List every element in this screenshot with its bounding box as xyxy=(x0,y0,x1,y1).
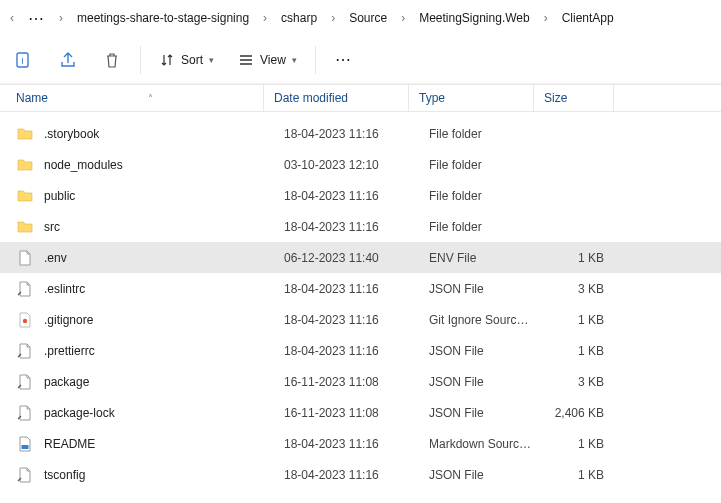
file-date: 18-04-2023 11:16 xyxy=(264,282,409,296)
file-row[interactable]: tsconfig18-04-2023 11:16JSON File1 KB xyxy=(0,459,721,490)
header-label: Type xyxy=(419,91,445,105)
column-header-name[interactable]: Name ˄ xyxy=(0,85,264,111)
file-row[interactable]: package-lock16-11-2023 11:08JSON File2,4… xyxy=(0,397,721,428)
column-header-date[interactable]: Date modified xyxy=(264,85,409,111)
file-type: File folder xyxy=(409,127,534,141)
file-name: tsconfig xyxy=(44,468,85,482)
file-type: JSON File xyxy=(409,406,534,420)
file-date: 03-10-2023 12:10 xyxy=(264,158,409,172)
file-size: 3 KB xyxy=(534,282,614,296)
file-type: ENV File xyxy=(409,251,534,265)
folder-row[interactable]: node_modules03-10-2023 12:10File folder xyxy=(0,149,721,180)
share-button[interactable] xyxy=(48,40,88,80)
file-row[interactable]: .prettierrc18-04-2023 11:16JSON File1 KB xyxy=(0,335,721,366)
file-name: .gitignore xyxy=(44,313,93,327)
file-type: File folder xyxy=(409,220,534,234)
folder-icon xyxy=(16,187,34,205)
chevron-right-icon[interactable]: › xyxy=(329,11,337,25)
file-size: 1 KB xyxy=(534,468,614,482)
file-row[interactable]: package16-11-2023 11:08JSON File3 KB xyxy=(0,366,721,397)
chevron-down-icon: ▾ xyxy=(209,55,214,65)
file-date: 18-04-2023 11:16 xyxy=(264,313,409,327)
view-button[interactable]: View ▾ xyxy=(228,40,307,80)
header-label: Date modified xyxy=(274,91,348,105)
sort-button[interactable]: Sort ▾ xyxy=(149,40,224,80)
chevron-right-icon[interactable]: › xyxy=(542,11,550,25)
file-date: 18-04-2023 11:16 xyxy=(264,189,409,203)
md-icon xyxy=(16,435,34,453)
file-type: JSON File xyxy=(409,468,534,482)
folder-row[interactable]: public18-04-2023 11:16File folder xyxy=(0,180,721,211)
file-date: 18-04-2023 11:16 xyxy=(264,127,409,141)
folder-icon xyxy=(16,125,34,143)
folder-icon xyxy=(16,156,34,174)
file-name: .prettierrc xyxy=(44,344,95,358)
separator xyxy=(315,46,316,74)
breadcrumb: ‹ ⋯ › meetings-share-to-stage-signing › … xyxy=(0,0,721,36)
json-icon xyxy=(16,373,34,391)
file-row[interactable]: README18-04-2023 11:16Markdown Source...… xyxy=(0,428,721,459)
file-date: 18-04-2023 11:16 xyxy=(264,468,409,482)
file-list: .storybook18-04-2023 11:16File foldernod… xyxy=(0,112,721,490)
file-name: README xyxy=(44,437,95,451)
file-name: package xyxy=(44,375,89,389)
file-icon xyxy=(16,249,34,267)
file-name: node_modules xyxy=(44,158,123,172)
folder-row[interactable]: .storybook18-04-2023 11:16File folder xyxy=(0,118,721,149)
file-type: Markdown Source... xyxy=(409,437,534,451)
file-name: .eslintrc xyxy=(44,282,85,296)
file-type: JSON File xyxy=(409,375,534,389)
file-type: JSON File xyxy=(409,282,534,296)
rename-button[interactable]: I xyxy=(4,40,44,80)
file-date: 18-04-2023 11:16 xyxy=(264,220,409,234)
file-type: JSON File xyxy=(409,344,534,358)
breadcrumb-item[interactable]: MeetingSigning.Web xyxy=(413,7,536,29)
breadcrumb-overflow[interactable]: ⋯ xyxy=(22,9,51,28)
sort-indicator-icon: ˄ xyxy=(48,93,253,104)
file-size: 1 KB xyxy=(534,251,614,265)
chevron-down-icon: ▾ xyxy=(292,55,297,65)
ellipsis-icon: ⋯ xyxy=(329,50,358,69)
git-icon xyxy=(16,311,34,329)
breadcrumb-item[interactable]: csharp xyxy=(275,7,323,29)
column-headers: Name ˄ Date modified Type Size xyxy=(0,84,721,112)
file-name: src xyxy=(44,220,60,234)
chevron-right-icon[interactable]: › xyxy=(57,11,65,25)
sort-icon xyxy=(159,52,175,68)
sort-label: Sort xyxy=(181,53,203,67)
folder-icon xyxy=(16,218,34,236)
file-type: File folder xyxy=(409,189,534,203)
more-button[interactable]: ⋯ xyxy=(324,40,364,80)
file-type: Git Ignore Source ... xyxy=(409,313,534,327)
delete-button[interactable] xyxy=(92,40,132,80)
file-name: public xyxy=(44,189,75,203)
file-row[interactable]: .eslintrc18-04-2023 11:16JSON File3 KB xyxy=(0,273,721,304)
file-size: 2,406 KB xyxy=(534,406,614,420)
file-name: package-lock xyxy=(44,406,115,420)
chevron-right-icon[interactable]: › xyxy=(399,11,407,25)
json-icon xyxy=(16,466,34,484)
file-row[interactable]: .env06-12-2023 11:40ENV File1 KB xyxy=(0,242,721,273)
separator xyxy=(140,46,141,74)
header-label: Size xyxy=(544,91,567,105)
folder-row[interactable]: src18-04-2023 11:16File folder xyxy=(0,211,721,242)
header-label: Name xyxy=(16,91,48,105)
chevron-right-icon[interactable]: › xyxy=(261,11,269,25)
json-icon xyxy=(16,404,34,422)
file-row[interactable]: .gitignore18-04-2023 11:16Git Ignore Sou… xyxy=(0,304,721,335)
breadcrumb-item[interactable]: Source xyxy=(343,7,393,29)
file-size: 1 KB xyxy=(534,437,614,451)
column-header-type[interactable]: Type xyxy=(409,85,534,111)
file-date: 16-11-2023 11:08 xyxy=(264,406,409,420)
file-name: .storybook xyxy=(44,127,99,141)
svg-text:I: I xyxy=(21,56,24,66)
json-icon xyxy=(16,342,34,360)
breadcrumb-item[interactable]: ClientApp xyxy=(556,7,620,29)
breadcrumb-item[interactable]: meetings-share-to-stage-signing xyxy=(71,7,255,29)
toolbar: I Sort ▾ View ▾ ⋯ xyxy=(0,36,721,84)
file-date: 18-04-2023 11:16 xyxy=(264,344,409,358)
chevron-left-icon[interactable]: ‹ xyxy=(8,11,16,25)
file-size: 1 KB xyxy=(534,344,614,358)
column-header-size[interactable]: Size xyxy=(534,85,614,111)
file-date: 16-11-2023 11:08 xyxy=(264,375,409,389)
